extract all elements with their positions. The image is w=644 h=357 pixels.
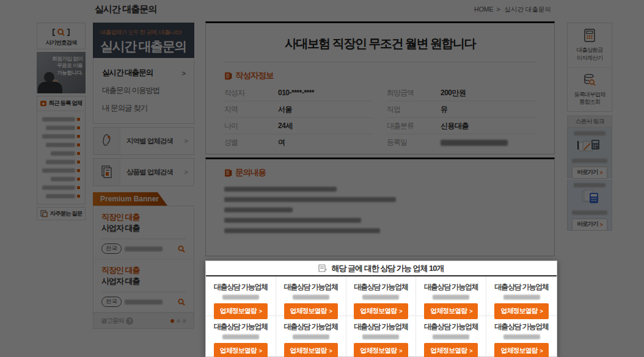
masked-company-name [503, 295, 540, 300]
chevron-right-icon: > [259, 348, 262, 354]
chevron-right-icon: > [540, 308, 542, 314]
consult-panel-title: 해당 글에 대한 상담 가능 업체 10개 [331, 263, 444, 274]
consult-card[interactable]: 대출상담 가능업체 업체정보열람> [276, 316, 346, 356]
page: 실시간 대출문의 HOME > 실시간 대출문의 사기번호검색 회원가입 없이 … [0, 0, 644, 357]
masked-company-name [293, 334, 329, 339]
consult-card-grid: 대출상담 가능업체 업체정보열람> 대출상담 가능업체 업체정보열람> 대출상담… [206, 276, 557, 356]
consult-companies-panel: 해당 글에 대한 상담 가능 업체 10개 대출상담 가능업체 업체정보열람> … [205, 261, 557, 357]
chevron-right-icon: > [329, 348, 332, 354]
consult-card[interactable]: 대출상담 가능업체 업체정보열람> [486, 316, 557, 356]
consult-panel-header: 해당 글에 대한 상담 가능 업체 10개 [206, 261, 557, 276]
consult-card[interactable]: 대출상담 가능업체 업체정보열람> [276, 276, 346, 316]
view-company-info-button[interactable]: 업체정보열람> [494, 343, 548, 357]
view-company-info-button[interactable]: 업체정보열람> [214, 343, 268, 357]
masked-company-name [362, 295, 399, 300]
masked-company-name [433, 295, 469, 300]
consult-card[interactable]: 대출상담 가능업체 업체정보열람> [346, 276, 417, 316]
consult-card[interactable]: 대출상담 가능업체 업체정보열람> [206, 276, 276, 316]
chevron-right-icon: > [259, 308, 262, 314]
chevron-right-icon: > [329, 308, 332, 314]
chevron-right-icon: > [540, 348, 542, 354]
chevron-right-icon: > [469, 308, 472, 314]
masked-company-name [293, 295, 329, 300]
pen-document-icon [318, 264, 327, 272]
chevron-right-icon: > [399, 308, 401, 314]
consult-card[interactable]: 대출상담 가능업체 업체정보열람> [416, 316, 486, 356]
masked-company-name [433, 334, 469, 339]
consult-card[interactable]: 대출상담 가능업체 업체정보열람> [416, 276, 486, 316]
view-company-info-button[interactable]: 업체정보열람> [354, 343, 408, 357]
consult-card[interactable]: 대출상담 가능업체 업체정보열람> [346, 316, 417, 356]
consult-card[interactable]: 대출상담 가능업체 업체정보열람> [486, 276, 557, 316]
masked-company-name [222, 295, 259, 300]
masked-company-name [362, 334, 399, 339]
masked-company-name [503, 334, 540, 339]
masked-company-name [222, 334, 259, 339]
chevron-right-icon: > [469, 348, 472, 354]
consult-card[interactable]: 대출상담 가능업체 업체정보열람> [206, 316, 276, 356]
chevron-right-icon: > [399, 348, 401, 354]
view-company-info-button[interactable]: 업체정보열람> [284, 343, 338, 357]
view-company-info-button[interactable]: 업체정보열람> [424, 343, 478, 357]
